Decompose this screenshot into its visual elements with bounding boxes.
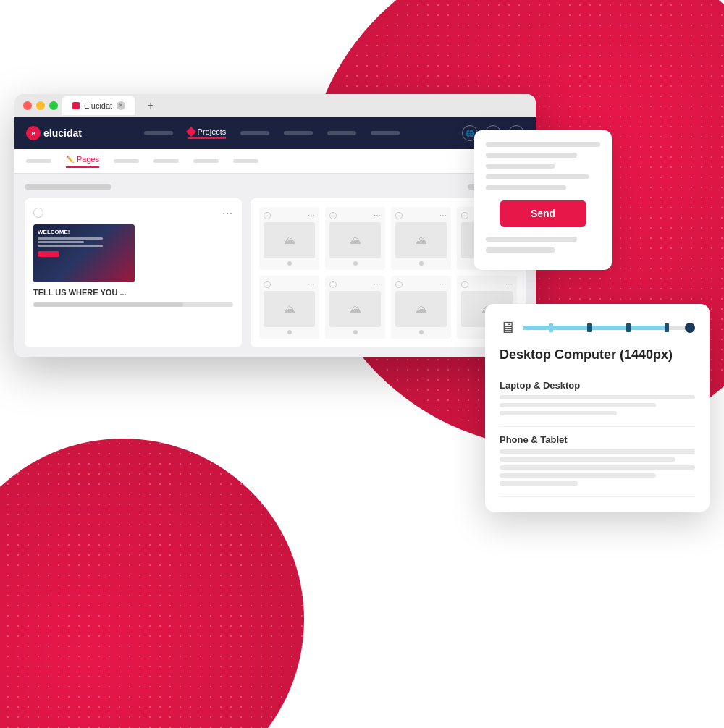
mountain-icon-7: ⛰ [416,302,427,316]
mini-radio-8[interactable] [461,281,468,288]
thumb-line-2 [38,241,84,243]
card-progress-fill [33,302,183,307]
device-option-phone[interactable]: Phone & Tablet [500,427,695,497]
laptop-line-2 [500,403,656,407]
sub-nav-placeholder-2 [114,159,139,163]
featured-card-header: ··· [33,207,233,219]
tick-3 [626,323,631,332]
card-more-options[interactable]: ··· [222,207,233,219]
thumb-text-lines [38,237,130,247]
device-title: Desktop Computer (1440px) [500,347,695,363]
laptop-line-1 [500,395,695,399]
form-line-2 [486,153,577,158]
phone-option-title: Phone & Tablet [500,434,695,445]
phone-line-4 [500,473,656,478]
device-option-laptop[interactable]: Laptop & Desktop [500,373,695,427]
content-title [25,184,111,190]
nav-placeholder-4 [327,131,356,135]
mountain-icon-2: ⛰ [350,234,361,247]
mini-dots-5[interactable]: ··· [308,280,315,288]
mini-radio-6[interactable] [329,281,337,288]
app-logo: e elucidat [26,126,82,140]
mini-dots-3[interactable]: ··· [439,211,447,219]
browser-window: Elucidat ✕ + e elucidat Projects 🌐 ? 👤 [14,94,536,357]
mini-card-8-header: ··· [461,280,513,288]
mini-card-3: ··· ⛰ [391,207,451,270]
sub-nav-pages-label: Pages [77,155,99,164]
mini-radio-7[interactable] [395,281,403,288]
nav-placeholder-5 [371,131,400,135]
mini-dots-2[interactable]: ··· [374,211,381,219]
laptop-line-3 [500,411,617,415]
nav-item-projects-label: Projects [198,127,227,136]
form-line-5 [486,185,566,190]
slider-handle[interactable] [685,323,695,333]
mini-card-1: ··· ⛰ [259,207,319,270]
mini-card-5-header: ··· [264,280,315,288]
sub-nav-placeholder-4 [193,159,219,163]
mountain-icon-3: ⛰ [416,234,427,247]
mini-dots-8[interactable]: ··· [505,280,513,288]
mountain-icon-6: ⛰ [350,302,361,316]
mini-dot-bottom-3 [419,261,424,266]
card-radio[interactable] [33,208,43,218]
new-tab-button[interactable]: + [143,98,159,114]
form-line-6 [486,237,577,242]
form-panel: Send [474,130,612,270]
thumb-content: WELCOME! [33,224,135,261]
mini-radio-1[interactable] [264,212,271,219]
form-line-7 [486,247,555,253]
mini-radio-4[interactable] [461,212,468,219]
phone-line-1 [500,449,695,454]
mini-dot-bottom-2 [353,261,358,266]
mini-card-7: ··· ⛰ [391,276,451,339]
tab-close-button[interactable]: ✕ [117,101,125,110]
send-button[interactable]: Send [500,200,586,227]
nav-placeholder-1 [144,131,173,135]
mini-card-2-header: ··· [329,211,381,219]
mini-card-7-header: ··· [395,280,447,288]
nav-item-projects[interactable]: Projects [188,127,227,139]
thumb-welcome-text: WELCOME! [38,229,130,235]
card-thumbnail: WELCOME! [33,224,135,282]
sub-nav-placeholder-3 [153,159,179,163]
sub-nav-placeholder-5 [233,159,258,163]
desktop-computer-icon: 🖥 [500,318,515,337]
maximize-dot[interactable] [49,101,58,110]
tick-2 [587,323,592,332]
diamond-icon [186,127,196,137]
device-slider-track [523,326,695,330]
minimize-dot[interactable] [36,101,45,110]
laptop-option-title: Laptop & Desktop [500,380,695,391]
mini-dots-1[interactable]: ··· [308,211,315,219]
mini-thumb-7: ⛰ [395,291,447,327]
phone-line-3 [500,465,695,470]
mountain-icon-5: ⛰ [284,302,295,316]
mini-dot-bottom-5 [287,330,292,334]
mini-radio-3[interactable] [395,212,403,219]
featured-card: ··· WELCOME! TELL US WHERE YOU ... [25,198,242,347]
mini-thumb-6: ⛰ [329,291,381,327]
mini-radio-5[interactable] [264,281,271,288]
pencil-icon: ✏️ [66,156,74,163]
nav-items: Projects [144,127,400,139]
mini-dots-7[interactable]: ··· [439,280,447,288]
nav-placeholder-2 [240,131,269,135]
phone-line-2 [500,457,675,462]
sub-nav-pages[interactable]: ✏️ Pages [66,155,99,168]
logo-icon: e [26,126,41,140]
app-content: ··· WELCOME! TELL US WHERE YOU ... [14,174,536,357]
browser-tab[interactable]: Elucidat ✕ [62,96,135,115]
close-dot[interactable] [23,101,32,110]
tab-favicon [72,102,80,109]
mountain-icon-1: ⛰ [284,234,295,247]
app-nav: e elucidat Projects 🌐 ? 👤 [14,117,536,149]
card-title: TELL US WHERE YOU ... [33,288,233,297]
device-header: 🖥 [500,318,695,337]
sub-nav: ✏️ Pages [14,149,536,174]
bg-dotted-bottom-overlay [0,439,304,728]
mini-radio-2[interactable] [329,212,337,219]
mini-dot-bottom-1 [287,261,292,266]
mini-dots-6[interactable]: ··· [374,280,381,288]
form-line-4 [486,174,589,179]
